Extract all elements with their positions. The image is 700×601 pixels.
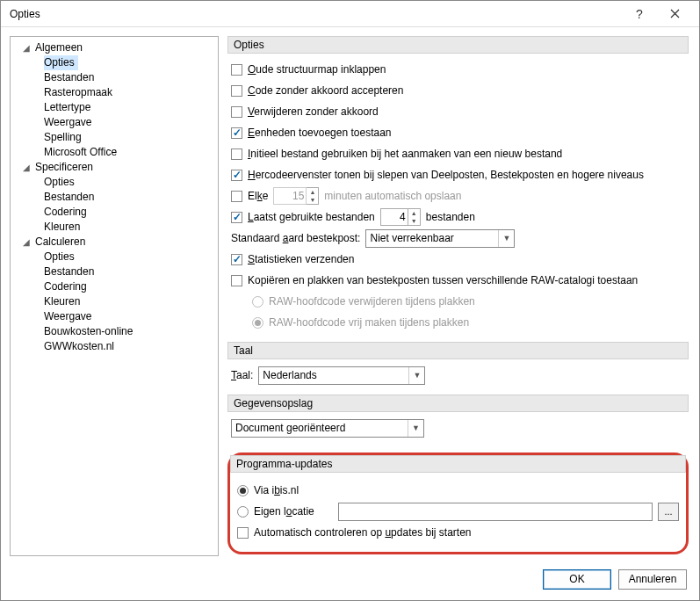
radio-label: RAW-hoofdcode vrij maken tijdens plakken	[269, 316, 469, 329]
settings-panel: Opties Oude structuurmap inklappen Code …	[227, 36, 690, 556]
chevron-up-icon: ▲	[408, 209, 420, 217]
recent-files-spinner[interactable]: ▲▼	[408, 208, 421, 226]
tree-item-msoffice[interactable]: Microsoft Office	[11, 145, 218, 160]
section-taal-header: Taal	[227, 342, 689, 359]
tree-group-specificeren[interactable]: ◢ Specificeren	[11, 160, 218, 175]
section-gegevens-header: Gegevensopslag	[227, 395, 689, 412]
browse-button[interactable]: ...	[658, 503, 679, 521]
tree-item[interactable]: Kleuren	[11, 220, 218, 235]
radio-via-ibis[interactable]	[237, 485, 249, 496]
ok-button[interactable]: OK	[543, 569, 611, 590]
chevron-down-icon: ▼	[408, 420, 423, 437]
tree-item-rasteropmaak[interactable]: Rasteropmaak	[11, 85, 218, 100]
checkbox-label: Oude structuurmap inklappen	[248, 63, 386, 76]
tree-item-spelling[interactable]: Spelling	[11, 130, 218, 145]
tree-item-weergave[interactable]: Weergave	[11, 115, 218, 130]
radio-label: RAW-hoofdcode verwijderen tijdens plakke…	[269, 295, 475, 308]
checkbox-label: Kopiëren en plakken van bestekposten tus…	[248, 274, 638, 286]
tree-item[interactable]: Codering	[11, 279, 218, 294]
radio-label: Eigen locatie	[254, 505, 333, 518]
autosave-suffix: minuten automatisch opslaan	[324, 190, 461, 202]
tree-group-calculeren[interactable]: ◢ Calculeren	[11, 235, 218, 250]
select-value: Niet verrekenbaar	[370, 232, 453, 244]
chevron-down-icon: ▼	[408, 367, 424, 384]
chevron-down-icon: ▼	[498, 230, 514, 247]
checkbox-label: Elke	[248, 190, 268, 202]
tree-item[interactable]: Bestanden	[11, 190, 218, 205]
checkbox-elke-autosave[interactable]	[231, 191, 242, 202]
tree-item-opties[interactable]: Opties	[11, 55, 218, 70]
titlebar: Opties ?	[1, 1, 699, 27]
window-title: Opties	[10, 8, 622, 20]
tree-item[interactable]: Opties	[11, 175, 218, 190]
close-button[interactable]	[657, 2, 692, 26]
checkbox-initieel-bestand[interactable]	[231, 148, 242, 160]
collapse-icon: ◢	[23, 160, 33, 175]
radio-raw-vrijmaken	[252, 317, 263, 329]
checkbox-label: Statistieken verzenden	[248, 253, 354, 265]
autosave-minutes-input[interactable]: 15	[273, 187, 307, 205]
tree-group-algemeen[interactable]: ◢ Algemeen	[11, 40, 218, 55]
tree-item-lettertype[interactable]: Lettertype	[11, 100, 218, 115]
cancel-button[interactable]: Annuleren	[618, 569, 687, 590]
help-button[interactable]: ?	[622, 2, 657, 26]
dialog-footer: OK Annuleren	[1, 558, 699, 600]
nav-tree[interactable]: ◢ Algemeen Opties Bestanden Rasteropmaak…	[10, 36, 219, 556]
recent-files-count-input[interactable]: 4	[380, 208, 408, 226]
select-value: Nederlands	[263, 369, 316, 381]
checkbox-label: Laatst gebruikte bestanden	[248, 211, 375, 223]
programma-updates-highlight: Programma-updates Via ibis.nl Eigen loca…	[227, 453, 689, 554]
taal-label: Taal:	[231, 369, 253, 381]
tree-group-label: Specificeren	[35, 160, 93, 175]
tree-item[interactable]: Weergave	[11, 309, 218, 324]
checkbox-verwijderen-zonder-akkoord[interactable]	[231, 106, 242, 118]
checkbox-label: Hercodeervenster tonen bij slepen van De…	[248, 169, 644, 181]
tree-item[interactable]: Bouwkosten-online	[11, 324, 218, 339]
collapse-icon: ◢	[23, 235, 33, 250]
checkbox-kopieren-plakken[interactable]	[231, 275, 242, 286]
chevron-up-icon: ▲	[307, 188, 318, 196]
aard-bestekpost-select[interactable]: Niet verrekenbaar ▼	[365, 229, 515, 248]
radio-label: Via ibis.nl	[254, 484, 299, 496]
autosave-minutes-spinner[interactable]: ▲▼	[307, 187, 319, 205]
checkbox-label: Eenheden toevoegen toestaan	[248, 127, 392, 139]
checkbox-label: Automatisch controleren op updates bij s…	[254, 526, 472, 539]
tree-item[interactable]: Bestanden	[11, 264, 218, 279]
eigen-locatie-input[interactable]	[338, 503, 653, 521]
checkbox-label: Verwijderen zonder akkoord	[248, 105, 379, 118]
checkbox-label: Code zonder akkoord accepteren	[248, 84, 403, 97]
tree-item[interactable]: Kleuren	[11, 294, 218, 309]
collapse-icon: ◢	[23, 40, 33, 55]
chevron-down-icon: ▼	[307, 196, 318, 204]
checkbox-code-zonder-akkoord[interactable]	[231, 85, 242, 97]
checkbox-statistieken[interactable]	[231, 254, 242, 265]
section-updates-header: Programma-updates	[230, 455, 686, 473]
tree-item-bestanden[interactable]: Bestanden	[11, 70, 218, 85]
checkbox-hercodeervenster[interactable]	[231, 170, 242, 181]
gegevensopslag-select[interactable]: Document georiënteerd ▼	[231, 419, 424, 438]
recent-files-suffix: bestanden	[426, 211, 475, 223]
tree-group-label: Algemeen	[35, 40, 83, 55]
tree-item[interactable]: GWWkosten.nl	[11, 339, 218, 354]
radio-raw-verwijderen	[252, 296, 263, 308]
checkbox-eenheden-toevoegen[interactable]	[231, 127, 242, 139]
checkbox-oude-structuurmap[interactable]	[231, 64, 242, 76]
taal-select[interactable]: Nederlands ▼	[258, 366, 425, 385]
checkbox-laatst-gebruikt[interactable]	[231, 212, 242, 223]
tree-item[interactable]: Codering	[11, 205, 218, 220]
chevron-down-icon: ▼	[408, 217, 420, 225]
tree-item[interactable]: Opties	[11, 250, 218, 264]
close-icon	[670, 9, 680, 18]
checkbox-auto-updates[interactable]	[237, 527, 249, 539]
checkbox-label: Initieel bestand gebruiken bij het aanma…	[248, 148, 562, 160]
radio-eigen-locatie[interactable]	[237, 506, 249, 518]
select-value: Document georiënteerd	[235, 422, 345, 434]
section-opties-header: Opties	[227, 36, 689, 54]
aard-bestekpost-label: Standaard aard bestekpost:	[231, 232, 360, 244]
tree-group-label: Calculeren	[35, 235, 85, 250]
